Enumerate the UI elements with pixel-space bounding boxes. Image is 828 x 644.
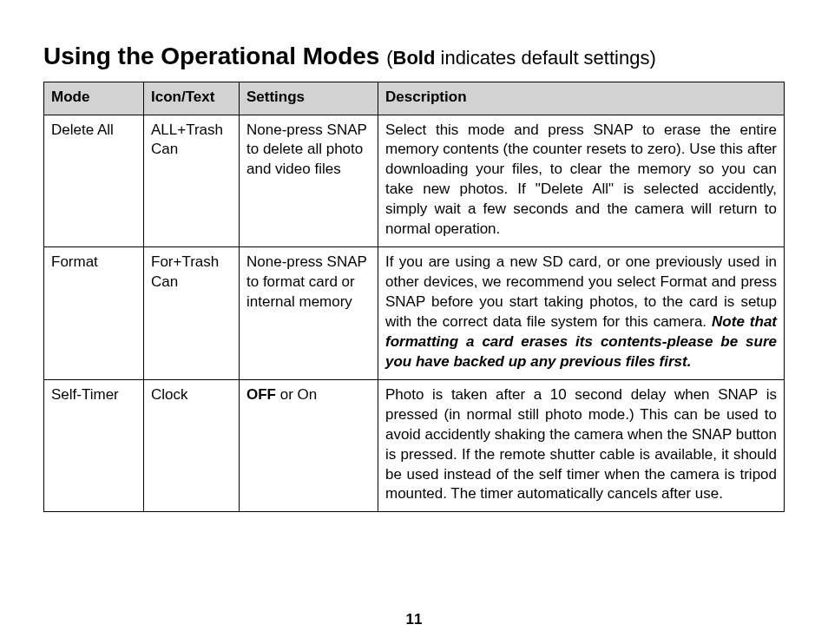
cell-icon: ALL+Trash Can (144, 115, 240, 247)
header-icon: Icon/Text (144, 82, 240, 115)
cell-mode: Format (44, 247, 144, 380)
title-note-suffix: indicates default settings) (435, 47, 655, 69)
cell-mode: Self-Timer (44, 379, 144, 512)
header-settings: Settings (240, 82, 378, 115)
cell-settings: None-press SNAP to delete all photo and … (240, 115, 378, 247)
page-number: 11 (0, 611, 828, 628)
title-note-bold: Bold (393, 47, 436, 69)
title-main: Using the Operational Modes (43, 43, 379, 69)
cell-icon: Clock (144, 379, 240, 512)
table-row: Self-Timer Clock OFF or On Photo is take… (44, 379, 785, 512)
table-header-row: Mode Icon/Text Settings Description (44, 82, 785, 115)
cell-settings: None-press SNAP to format card or intern… (240, 247, 378, 380)
table-row: Delete All ALL+Trash Can None-press SNAP… (44, 115, 785, 247)
header-description: Description (378, 82, 785, 115)
manual-page: Using the Operational Modes (Bold indica… (0, 0, 828, 644)
cell-icon: For+Trash Can (144, 247, 240, 380)
table-row: Format For+Trash Can None-press SNAP to … (44, 247, 785, 380)
header-mode: Mode (44, 82, 144, 115)
settings-default: OFF (246, 386, 276, 403)
cell-description: Photo is taken after a 10 second delay w… (378, 379, 785, 512)
title-note-prefix: ( (386, 47, 392, 69)
cell-description: Select this mode and press SNAP to erase… (378, 115, 785, 247)
settings-rest: or On (276, 386, 317, 403)
cell-settings: OFF or On (240, 379, 378, 512)
cell-mode: Delete All (44, 115, 144, 247)
modes-table: Mode Icon/Text Settings Description Dele… (43, 82, 785, 513)
title-note: (Bold indicates default settings) (386, 47, 656, 69)
page-title: Using the Operational Modes (Bold indica… (43, 42, 785, 71)
cell-description: If you are using a new SD card, or one p… (378, 247, 785, 380)
